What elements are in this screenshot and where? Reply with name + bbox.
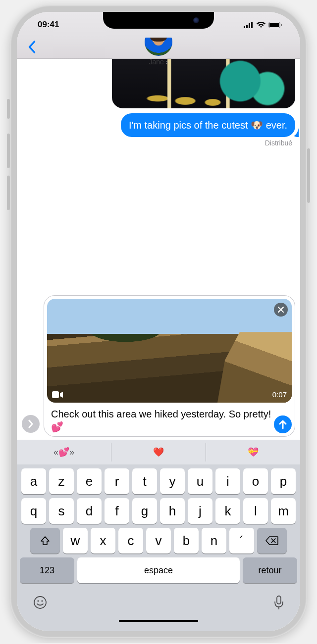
- dictation-button[interactable]: [273, 595, 284, 611]
- compose-text-input[interactable]: Check out this area we hiked yesterday. …: [51, 408, 274, 433]
- video-duration: 0:07: [272, 390, 287, 399]
- svg-rect-5: [269, 23, 279, 27]
- back-button[interactable]: [25, 41, 39, 53]
- suggestion-2[interactable]: ❤️: [111, 443, 206, 461]
- key-h[interactable]: h: [160, 498, 185, 524]
- key-o[interactable]: o: [243, 468, 268, 494]
- key-g[interactable]: g: [132, 498, 157, 524]
- key-x[interactable]: x: [91, 528, 115, 553]
- key-r[interactable]: r: [105, 468, 129, 494]
- key-row-2: qsdfghjklm: [17, 494, 300, 524]
- front-camera-icon: [193, 17, 199, 23]
- keyboard: «💕» ❤️ 💝 azertyuiop qsdfghjklm wxcvbn´ 1…: [17, 440, 300, 631]
- video-attachment[interactable]: 0:07: [47, 299, 292, 403]
- key-´[interactable]: ´: [229, 528, 254, 553]
- delivered-status: Distribué: [265, 139, 292, 147]
- key-t[interactable]: t: [132, 468, 157, 494]
- key-q[interactable]: q: [21, 498, 46, 524]
- svg-point-10: [41, 600, 43, 601]
- key-i[interactable]: i: [215, 468, 240, 494]
- device-frame: 09:41 Jane: [10, 5, 307, 638]
- key-z[interactable]: z: [49, 468, 74, 494]
- notch: [103, 12, 214, 29]
- svg-rect-3: [251, 22, 253, 28]
- send-button[interactable]: [274, 415, 292, 433]
- svg-rect-0: [244, 26, 245, 28]
- volume-up: [7, 134, 10, 168]
- nav-header: Jane: [17, 38, 300, 59]
- key-l[interactable]: l: [243, 498, 268, 524]
- key-k[interactable]: k: [215, 498, 240, 524]
- suggestion-bar: «💕» ❤️ 💝: [17, 440, 300, 464]
- sent-text-message[interactable]: I'm taking pics of the cutest 🐶 ever.: [121, 113, 295, 137]
- space-key[interactable]: espace: [77, 557, 240, 583]
- numbers-key[interactable]: 123: [20, 557, 74, 583]
- key-m[interactable]: m: [271, 498, 296, 524]
- volume-down: [7, 176, 10, 210]
- compose-bubble: 0:07 Check out this area we hiked yester…: [44, 295, 295, 437]
- svg-rect-1: [246, 25, 248, 28]
- key-v[interactable]: v: [146, 528, 171, 553]
- wifi-icon: [257, 22, 265, 28]
- key-b[interactable]: b: [174, 528, 199, 553]
- svg-rect-11: [277, 596, 281, 604]
- key-w[interactable]: w: [63, 528, 88, 553]
- key-p[interactable]: p: [271, 468, 296, 494]
- return-key[interactable]: retour: [243, 557, 297, 583]
- battery-icon: [268, 22, 282, 28]
- video-icon: [52, 391, 63, 398]
- key-e[interactable]: e: [77, 468, 102, 494]
- svg-rect-7: [52, 391, 59, 398]
- sent-photo-message[interactable]: [112, 59, 295, 108]
- key-u[interactable]: u: [188, 468, 212, 494]
- key-a[interactable]: a: [21, 468, 46, 494]
- screen: 09:41 Jane: [17, 12, 300, 631]
- compose-area: 0:07 Check out this area we hiked yester…: [17, 291, 300, 440]
- key-c[interactable]: c: [118, 528, 143, 553]
- svg-rect-6: [281, 24, 282, 26]
- key-f[interactable]: f: [105, 498, 129, 524]
- key-row-3: wxcvbn´: [17, 524, 300, 553]
- svg-rect-2: [249, 23, 250, 28]
- silence-switch: [7, 99, 10, 119]
- home-indicator[interactable]: [119, 620, 198, 622]
- remove-attachment-button[interactable]: [274, 303, 288, 317]
- key-n[interactable]: n: [202, 528, 226, 553]
- delete-key[interactable]: [257, 528, 287, 553]
- key-row-bottom: 123 espace retour: [17, 553, 300, 583]
- video-overlay: 0:07: [52, 390, 287, 399]
- suggestion-1[interactable]: «💕»: [17, 443, 111, 461]
- svg-point-9: [37, 600, 39, 601]
- suggestion-3[interactable]: 💝: [206, 443, 300, 461]
- key-y[interactable]: y: [160, 468, 185, 494]
- key-row-1: azertyuiop: [17, 464, 300, 494]
- cellular-icon: [244, 22, 254, 28]
- keyboard-footer: [17, 583, 300, 611]
- conversation[interactable]: I'm taking pics of the cutest 🐶 ever. Di…: [17, 59, 300, 291]
- power-button: [307, 148, 310, 203]
- key-d[interactable]: d: [77, 498, 102, 524]
- status-icons: [244, 22, 282, 28]
- shift-key[interactable]: [30, 528, 60, 553]
- svg-point-8: [34, 597, 46, 608]
- compose-input-row: Check out this area we hiked yesterday. …: [44, 406, 295, 436]
- key-j[interactable]: j: [188, 498, 212, 524]
- status-time: 09:41: [38, 20, 59, 30]
- expand-apps-button[interactable]: [22, 415, 40, 433]
- emoji-keyboard-button[interactable]: [33, 595, 48, 611]
- key-s[interactable]: s: [49, 498, 74, 524]
- contact-name: Jane: [145, 58, 172, 66]
